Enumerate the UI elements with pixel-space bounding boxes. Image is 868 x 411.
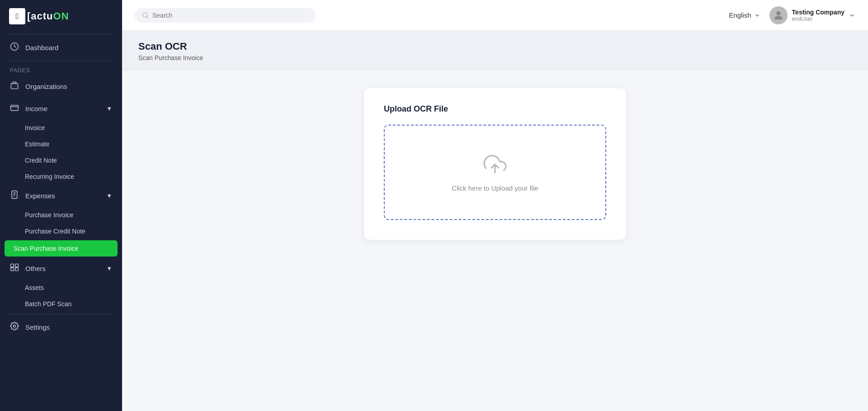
sidebar-item-others[interactable]: Others ▼	[0, 257, 122, 280]
user-profile[interactable]: Testing Company endUser	[769, 6, 855, 24]
page-content: Scan OCR Scan Purchase Invoice Upload OC…	[122, 31, 868, 411]
settings-label: Settings	[25, 323, 50, 331]
sidebar-sub-invoice[interactable]: Invoice	[0, 120, 122, 136]
sidebar-item-income[interactable]: Income ▼	[0, 98, 122, 120]
user-chevron-icon	[849, 12, 855, 19]
purchase-credit-note-label: Purchase Credit Note	[25, 228, 85, 235]
svg-rect-4	[11, 105, 19, 111]
invoice-label: Invoice	[25, 124, 45, 131]
logo-icon: 	[9, 8, 25, 24]
page-title: Scan OCR	[138, 41, 852, 52]
sidebar-sub-assets[interactable]: Assets	[0, 280, 122, 296]
upload-drop-zone[interactable]: Click here to Upload your file	[384, 125, 606, 220]
income-label: Income	[25, 105, 47, 112]
sidebar-item-settings[interactable]: Settings	[0, 316, 122, 338]
sidebar-sub-credit-note[interactable]: Credit Note	[0, 152, 122, 168]
page-body: Upload OCR File Click here to Upload you…	[122, 70, 868, 258]
svg-rect-11	[11, 268, 14, 271]
recurring-invoice-label: Recurring Invoice	[25, 173, 74, 180]
sidebar-sub-purchase-invoice[interactable]: Purchase Invoice	[0, 207, 122, 223]
svg-point-13	[14, 325, 16, 327]
sidebar-sub-estimate[interactable]: Estimate	[0, 136, 122, 152]
upload-cloud-icon	[483, 153, 507, 176]
sidebar-sub-batch-pdf-scan[interactable]: Batch PDF Scan	[0, 296, 122, 312]
search-bar[interactable]	[135, 8, 316, 23]
upload-card-title: Upload OCR File	[384, 104, 606, 114]
batch-pdf-scan-label: Batch PDF Scan	[25, 300, 72, 308]
lang-chevron-icon	[754, 12, 760, 19]
user-info: Testing Company endUser	[792, 9, 844, 22]
assets-label: Assets	[25, 284, 44, 291]
sidebar-divider-top	[9, 34, 113, 35]
sidebar-sub-recurring-invoice[interactable]: Recurring Invoice	[0, 168, 122, 185]
user-role: endUser	[792, 16, 844, 22]
page-header: Scan OCR Scan Purchase Invoice	[122, 31, 868, 70]
others-icon	[10, 263, 19, 274]
sidebar-item-dashboard[interactable]: Dashboard	[0, 37, 122, 59]
svg-rect-10	[15, 264, 19, 267]
upload-card: Upload OCR File Click here to Upload you…	[364, 88, 626, 240]
search-input[interactable]	[152, 12, 308, 19]
sidebar-item-expenses[interactable]: Expenses ▼	[0, 185, 122, 207]
income-chevron: ▼	[106, 105, 112, 112]
building-icon	[10, 81, 19, 92]
header-right: English Testing Company endUser	[729, 6, 855, 24]
expenses-chevron: ▼	[106, 192, 112, 199]
pages-section-label: Pages	[0, 63, 122, 75]
upload-drop-label: Click here to Upload your file	[452, 184, 538, 192]
svg-line-15	[146, 16, 148, 18]
scan-purchase-invoice-label: Scan Purchase Invoice	[14, 245, 78, 252]
svg-rect-1	[11, 84, 18, 89]
svg-point-16	[776, 11, 780, 15]
sidebar:  [actuON Dashboard Pages Organizations …	[0, 0, 122, 411]
wallet-icon	[10, 103, 19, 114]
gear-icon	[10, 322, 19, 333]
organizations-label: Organizations	[25, 83, 67, 90]
credit-note-label: Credit Note	[25, 157, 57, 164]
sidebar-settings-divider	[9, 314, 113, 314]
app-header: English Testing Company endUser	[122, 0, 868, 31]
purchase-invoice-label: Purchase Invoice	[25, 211, 73, 219]
avatar-image	[772, 9, 785, 22]
main-wrapper: English Testing Company endUser Scan OCR…	[122, 0, 868, 411]
language-label: English	[729, 11, 751, 19]
language-selector[interactable]: English	[729, 11, 760, 19]
page-subtitle: Scan Purchase Invoice	[138, 54, 852, 61]
others-chevron: ▼	[106, 265, 112, 272]
sidebar-item-organizations[interactable]: Organizations	[0, 75, 122, 98]
expenses-icon	[10, 190, 19, 201]
sidebar-section-divider	[9, 61, 113, 61]
avatar	[769, 6, 788, 24]
sidebar-sub-scan-purchase-invoice[interactable]: Scan Purchase Invoice	[5, 240, 118, 257]
others-label: Others	[25, 265, 46, 272]
sidebar-sub-purchase-credit-note[interactable]: Purchase Credit Note	[0, 223, 122, 239]
svg-rect-12	[15, 268, 19, 271]
search-icon	[142, 12, 149, 19]
svg-rect-9	[11, 264, 14, 267]
app-logo[interactable]:  [actuON	[0, 0, 122, 33]
clock-icon	[10, 42, 19, 53]
expenses-label: Expenses	[25, 192, 55, 200]
svg-point-14	[143, 13, 147, 17]
dashboard-label: Dashboard	[25, 44, 58, 51]
upload-icon	[483, 153, 507, 176]
user-name: Testing Company	[792, 9, 844, 16]
logo-text: [actuON	[27, 10, 69, 22]
estimate-label: Estimate	[25, 140, 49, 148]
